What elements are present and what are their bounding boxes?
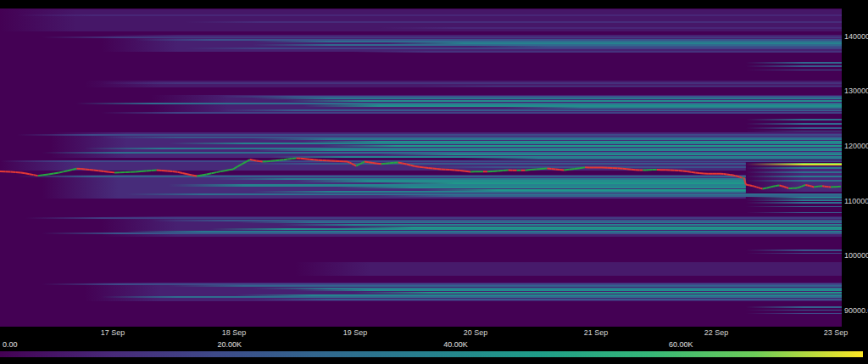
- liquidation-heatmap-screen: 140000.0130000.0120000.0110000.0100000.0…: [0, 0, 868, 364]
- heatmap-plot-area[interactable]: [0, 8, 842, 327]
- x-tick-label: 19 Sep: [343, 328, 368, 337]
- colorbar-label: 20.00K: [218, 340, 242, 349]
- colorbar-label: 60.00K: [669, 340, 693, 349]
- colorbar-label: 40.00K: [443, 340, 468, 349]
- x-tick-label: 21 Sep: [584, 328, 609, 337]
- x-tick-label: 17 Sep: [101, 328, 125, 337]
- y-tick-label: 90000.0: [844, 306, 868, 315]
- y-tick-label: 100000.0: [844, 251, 868, 260]
- x-tick-label: 18 Sep: [222, 328, 247, 337]
- y-tick-label: 130000.0: [844, 87, 868, 95]
- y-tick-label: 120000.0: [844, 142, 868, 150]
- x-tick-label: 20 Sep: [464, 328, 488, 337]
- y-tick-label: 140000.0: [844, 32, 868, 41]
- liquidation-heatmap-canvas[interactable]: [0, 8, 842, 327]
- x-tick-label: 22 Sep: [704, 328, 729, 337]
- y-tick-label: 110000.0: [844, 197, 868, 205]
- colorbar-gradient: [0, 351, 863, 357]
- colorbar-label: 0.00: [3, 340, 18, 349]
- x-tick-label: 23 Sep: [824, 328, 849, 337]
